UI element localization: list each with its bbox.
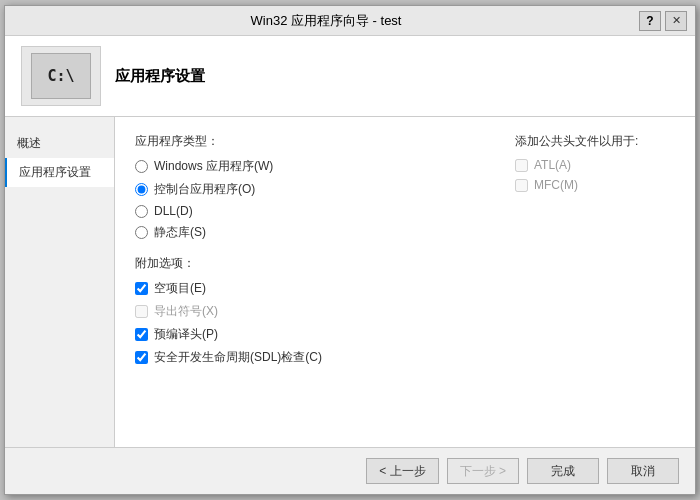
finish-button[interactable]: 完成 (527, 458, 599, 484)
app-type-label: 应用程序类型： (135, 133, 485, 150)
radio-static-lib-label: 静态库(S) (154, 224, 206, 241)
page-title: 应用程序设置 (115, 67, 205, 86)
public-header-options: ATL(A) MFC(M) (515, 158, 675, 192)
checkbox-export-symbols-input (135, 305, 148, 318)
title-bar: Win32 应用程序向导 - test ? ✕ (5, 6, 695, 36)
checkbox-empty-project-label: 空项目(E) (154, 280, 206, 297)
additional-options-group: 空项目(E) 导出符号(X) 预编译头(P) 安全开发生命周期(SDL (135, 280, 485, 366)
checkbox-precompiled-header[interactable]: 预编译头(P) (135, 326, 485, 343)
checkbox-export-symbols: 导出符号(X) (135, 303, 485, 320)
sidebar: 概述 应用程序设置 (5, 117, 115, 447)
checkbox-precompiled-header-input[interactable] (135, 328, 148, 341)
checkbox-mfc-input (515, 179, 528, 192)
checkbox-sdl-check-input[interactable] (135, 351, 148, 364)
checkbox-atl-input (515, 159, 528, 172)
title-bar-controls: ? ✕ (639, 11, 687, 31)
radio-static-lib-input[interactable] (135, 226, 148, 239)
wizard-icon: C:\ (21, 46, 101, 106)
next-button[interactable]: 下一步 > (447, 458, 519, 484)
cancel-button[interactable]: 取消 (607, 458, 679, 484)
checkbox-sdl-check-label: 安全开发生命周期(SDL)检查(C) (154, 349, 322, 366)
checkbox-atl-label: ATL(A) (534, 158, 571, 172)
cmd-label: C:\ (47, 67, 74, 85)
dialog-title: Win32 应用程序向导 - test (251, 12, 402, 30)
radio-static-lib[interactable]: 静态库(S) (135, 224, 485, 241)
public-header-label: 添加公共头文件以用于: (515, 133, 675, 150)
checkbox-mfc-label: MFC(M) (534, 178, 578, 192)
checkbox-mfc: MFC(M) (515, 178, 675, 192)
radio-console-app-label: 控制台应用程序(O) (154, 181, 255, 198)
dialog-footer: < 上一步 下一步 > 完成 取消 (5, 447, 695, 494)
radio-dll-label: DLL(D) (154, 204, 193, 218)
column-right: 添加公共头文件以用于: ATL(A) MFC(M) (515, 133, 675, 366)
dialog-body: 概述 应用程序设置 应用程序类型： Windows 应用程序(W) 控 (5, 117, 695, 447)
two-columns: 应用程序类型： Windows 应用程序(W) 控制台应用程序(O) DL (135, 133, 675, 366)
app-type-radio-group: Windows 应用程序(W) 控制台应用程序(O) DLL(D) 静 (135, 158, 485, 241)
radio-dll-input[interactable] (135, 205, 148, 218)
sidebar-item-appsettings[interactable]: 应用程序设置 (5, 158, 114, 187)
checkbox-export-symbols-label: 导出符号(X) (154, 303, 218, 320)
sidebar-item-overview[interactable]: 概述 (5, 129, 114, 158)
column-left: 应用程序类型： Windows 应用程序(W) 控制台应用程序(O) DL (135, 133, 485, 366)
radio-dll[interactable]: DLL(D) (135, 204, 485, 218)
additional-options-label: 附加选项： (135, 255, 485, 272)
checkbox-precompiled-header-label: 预编译头(P) (154, 326, 218, 343)
main-content: 应用程序类型： Windows 应用程序(W) 控制台应用程序(O) DL (115, 117, 695, 447)
cmd-icon-inner: C:\ (31, 53, 91, 99)
back-button[interactable]: < 上一步 (366, 458, 438, 484)
checkbox-empty-project[interactable]: 空项目(E) (135, 280, 485, 297)
checkbox-atl: ATL(A) (515, 158, 675, 172)
radio-windows-app-input[interactable] (135, 160, 148, 173)
close-button[interactable]: ✕ (665, 11, 687, 31)
title-bar-left: Win32 应用程序向导 - test (13, 12, 639, 30)
radio-windows-app[interactable]: Windows 应用程序(W) (135, 158, 485, 175)
dialog-header: C:\ 应用程序设置 (5, 36, 695, 117)
dialog-window: Win32 应用程序向导 - test ? ✕ C:\ 应用程序设置 概述 应用… (4, 5, 696, 495)
radio-console-app[interactable]: 控制台应用程序(O) (135, 181, 485, 198)
radio-windows-app-label: Windows 应用程序(W) (154, 158, 273, 175)
help-button[interactable]: ? (639, 11, 661, 31)
radio-console-app-input[interactable] (135, 183, 148, 196)
checkbox-empty-project-input[interactable] (135, 282, 148, 295)
checkbox-sdl-check[interactable]: 安全开发生命周期(SDL)检查(C) (135, 349, 485, 366)
